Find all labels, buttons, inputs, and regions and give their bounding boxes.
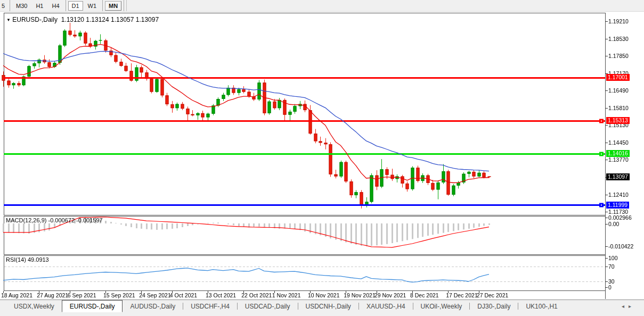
price-axis-label: 1.16490	[608, 87, 629, 94]
rsi-value: 49.0913	[28, 256, 49, 263]
chart-ohlc-values: 1.13120 1.13124 1.13057 1.13097	[61, 16, 159, 23]
chart-symbol-label: EURUSD-,Daily	[12, 16, 58, 23]
macd-axis-label: 0.00	[608, 221, 619, 227]
chart-tab-usdcad-daily[interactable]: USDCAD-,Daily	[238, 300, 298, 312]
tab-scroll-left-icon[interactable]: ◂	[622, 303, 629, 309]
date-axis-label: 17 Dec 2021	[446, 292, 478, 298]
timeframe-button-mn[interactable]: MN	[105, 1, 121, 11]
rsi-axis-label: 100	[608, 255, 618, 261]
date-axis-label: 15 Sep 2021	[103, 292, 135, 298]
date-axis-label: 10 Nov 2021	[308, 292, 340, 298]
price-level-badge: 1.11999	[606, 202, 629, 209]
chart-canvas[interactable]	[0, 0, 644, 316]
price-axis-label: 1.13770	[608, 156, 629, 163]
date-axis-label: 24 Sep 2021	[139, 292, 171, 298]
toolbar-separator	[10, 0, 10, 11]
rsi-axis-label: 70	[608, 263, 615, 270]
timeframe-button-w1[interactable]: W1	[84, 1, 101, 11]
toolbar-separator	[126, 0, 127, 11]
date-axis-label: 1 Nov 2021	[272, 292, 301, 298]
rsi-indicator-label: RSI(14) 49.0913	[6, 256, 49, 263]
chart-tab-audusd-daily[interactable]: AUDUSD-,Daily	[123, 300, 183, 312]
price-axis-label: 1.12410	[608, 192, 629, 198]
trading-terminal-window: 5M30H1H4D1W1MN ▼ EURUSD-,Daily 1.13120 1…	[0, 0, 644, 316]
timeframe-button-m30[interactable]: M30	[12, 1, 31, 11]
macd-axis-label: 0.002966	[608, 214, 632, 221]
chart-tab-usdcnh-daily[interactable]: USDCNH-,Daily	[298, 300, 358, 312]
timeframe-button-h4[interactable]: H4	[48, 1, 63, 11]
chart-tab-dj30-daily[interactable]: DJ30-,Daily	[470, 300, 518, 312]
price-level-badge: 1.14016	[606, 150, 630, 157]
chart-tab-usdchf-h4[interactable]: USDCHF-,H4	[183, 300, 237, 312]
chart-dropdown-icon[interactable]: ▼	[6, 18, 11, 22]
bid-price-badge: 1.13097	[606, 173, 630, 180]
rsi-axis-label: 0	[608, 284, 612, 290]
price-axis-label: 1.19210	[608, 18, 629, 24]
toolbar-separator	[124, 0, 124, 11]
toolbar-separator	[102, 0, 103, 11]
macd-value-signal: -0.001597	[76, 217, 103, 223]
date-axis-label: 18 Aug 2021	[1, 292, 32, 298]
date-axis-label: 27 Dec 2021	[477, 292, 509, 298]
tab-scroll-right-icon[interactable]: ▸	[629, 303, 635, 309]
price-level-badge: 1.17001	[606, 74, 630, 81]
chart-title: ▼ EURUSD-,Daily 1.13120 1.13124 1.13057 …	[6, 16, 159, 23]
macd-axis-label: -0.010422	[608, 243, 633, 250]
chart-tab-eurusd-daily[interactable]: EURUSD-,Daily	[62, 300, 123, 312]
macd-indicator-label: MACD(12,26,9) -0.000672 -0.001597	[6, 217, 103, 223]
date-axis-label: 6 Sep 2021	[68, 292, 96, 298]
date-axis-label: 13 Oct 2021	[206, 292, 236, 298]
timeframe-button-d1[interactable]: D1	[68, 1, 83, 11]
timeframe-button-5[interactable]: 5	[1, 1, 7, 11]
price-axis-label: 1.18530	[608, 36, 629, 42]
date-axis-label: 27 Aug 2021	[37, 292, 68, 298]
rsi-name: RSI(14)	[6, 256, 26, 263]
price-axis-label: 1.17850	[608, 53, 629, 59]
price-axis-label: 1.14450	[608, 139, 629, 146]
tab-scroll-arrows[interactable]: ◂▸	[622, 303, 635, 309]
date-axis-label: 8 Dec 2021	[410, 292, 439, 298]
timeframe-toolbar: 5M30H1H4D1W1MN	[0, 0, 644, 12]
date-axis-label: 29 Nov 2021	[374, 292, 406, 298]
chart-tab-xauusd-h4[interactable]: XAUUSD-,H4	[359, 300, 413, 312]
price-axis-label: 1.15810	[608, 105, 629, 111]
macd-value-main: -0.000672	[48, 217, 75, 223]
timeframe-button-h1[interactable]: H1	[32, 1, 47, 11]
toolbar-separator	[66, 0, 66, 11]
date-axis-label: 4 Oct 2021	[170, 292, 197, 298]
chart-tab-bar: USDX,WeeklyEURUSD-,DailyAUDUSD-,DailyUSD…	[0, 300, 644, 316]
date-axis-label: 19 Nov 2021	[344, 292, 376, 298]
chart-tab-ukoil-weekly[interactable]: UKOil-,Weekly	[413, 300, 470, 312]
chart-tab-usdx-weekly[interactable]: USDX,Weekly	[6, 300, 62, 312]
date-axis-label: 22 Oct 2021	[241, 292, 272, 298]
macd-name: MACD(12,26,9)	[6, 217, 46, 223]
chart-tab-uk100-h1[interactable]: UK100-,H1	[518, 300, 565, 312]
price-level-badge: 1.15313	[606, 117, 630, 124]
